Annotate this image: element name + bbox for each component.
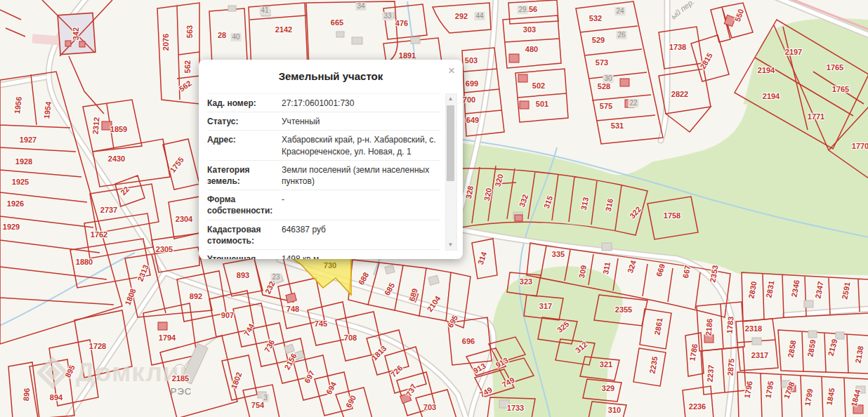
popup-row-status: Статус: Учтенный [207, 112, 440, 131]
close-icon[interactable]: × [448, 65, 455, 77]
scroll-down-icon[interactable]: ▼ [446, 240, 455, 250]
scroll-up-icon[interactable]: ▲ [446, 94, 455, 104]
popup-row-address: Адрес: Хабаровский край, р-н. Хабаровски… [207, 131, 440, 160]
popup-row-cad-number: Кад. номер: 27:17:0601001:730 [207, 93, 440, 112]
popup-row-ownership: Форма собственности: - [207, 190, 440, 220]
popup-scrollbar[interactable]: ▲ ▼ [445, 93, 457, 251]
popup-row-area: Уточненная площадь: 1498 кв.м [207, 250, 440, 259]
map-viewport[interactable]: Домклик 34219561954207656356256223121859… [0, 0, 868, 417]
scrollbar-thumb[interactable] [447, 105, 454, 181]
parcel-info-popup: Земельный участок × Кад. номер: 27:17:06… [199, 60, 463, 259]
popup-body: Кад. номер: 27:17:0601001:730 Статус: Уч… [207, 93, 440, 259]
pink-strip [32, 34, 61, 46]
popup-row-cost: Кадастровая стоимость: 646387 руб [207, 220, 440, 250]
popup-row-category: Категория земель: Земли поселений (земли… [207, 161, 440, 190]
popup-title: Земельный участок [220, 70, 442, 82]
